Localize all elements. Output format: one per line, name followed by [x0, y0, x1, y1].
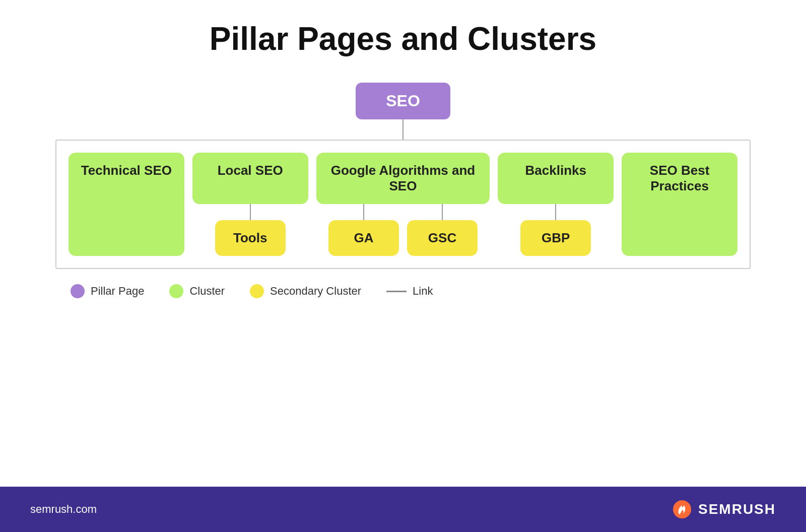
sub-col-ga: GA: [328, 204, 399, 256]
legend-link-label: Link: [413, 285, 433, 298]
node-google-algo: Google Algorithms and SEO: [316, 153, 490, 204]
legend-secondary-label: Secondary Cluster: [270, 285, 361, 298]
legend: Pillar Page Cluster Secondary Cluster Li…: [30, 284, 433, 298]
node-gbp: GBP: [520, 220, 591, 256]
semrush-icon: [672, 499, 692, 519]
connector-backlinks-gbp: [555, 204, 556, 220]
col-seo-best: SEO Best Practices: [622, 153, 737, 256]
legend-pillar-page: Pillar Page: [71, 284, 144, 298]
footer-url: semrush.com: [30, 503, 97, 516]
legend-link: Link: [386, 285, 433, 298]
legend-cluster-label: Cluster: [189, 285, 225, 298]
col-technical-seo: Technical SEO: [69, 153, 184, 256]
page-title: Pillar Pages and Clusters: [210, 20, 596, 57]
node-backlinks: Backlinks: [498, 153, 614, 204]
footer-logo: SEMRUSH: [672, 499, 776, 519]
pillar-page-dot: [71, 284, 85, 298]
legend-secondary-cluster: Secondary Cluster: [250, 284, 361, 298]
secondary-cluster-dot: [250, 284, 264, 298]
node-seo-best: SEO Best Practices: [622, 153, 737, 256]
node-ga: GA: [328, 220, 399, 256]
sub-col-gsc: GSC: [407, 204, 478, 256]
root-node: SEO: [356, 83, 450, 119]
node-gsc: GSC: [407, 220, 478, 256]
link-line: [386, 291, 407, 292]
connector-local-tools: [250, 204, 251, 220]
col-backlinks: Backlinks GBP: [498, 153, 614, 256]
diagram-container: SEO Technical SEO Local SEO Tools: [30, 83, 776, 472]
connector-algo-ga: [363, 204, 364, 220]
connector-algo-gsc: [442, 204, 443, 220]
node-local-seo: Local SEO: [192, 153, 308, 204]
footer-brand: SEMRUSH: [698, 501, 776, 517]
node-tools: Tools: [215, 220, 286, 256]
legend-cluster: Cluster: [169, 284, 225, 298]
root-connector: [402, 119, 404, 140]
col-google-algo: Google Algorithms and SEO GA GSC: [316, 153, 490, 256]
col-local-seo: Local SEO Tools: [192, 153, 308, 256]
level1-row: Technical SEO Local SEO Tools Google Alg…: [69, 153, 737, 256]
diagram-box: Technical SEO Local SEO Tools Google Alg…: [55, 140, 751, 269]
node-technical-seo: Technical SEO: [69, 153, 184, 256]
cluster-dot: [169, 284, 183, 298]
footer: semrush.com SEMRUSH: [0, 487, 806, 532]
legend-pillar-label: Pillar Page: [91, 285, 144, 298]
